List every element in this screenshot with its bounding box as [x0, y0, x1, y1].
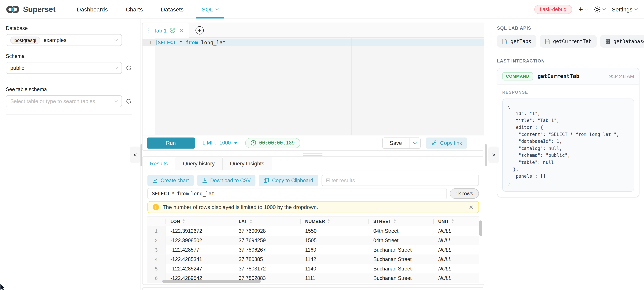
table-cell: -122.3908502	[166, 236, 234, 245]
warning-text: The number of rows displayed is limited …	[162, 204, 318, 210]
nav-item-datasets[interactable]: Datasets	[152, 0, 192, 18]
column-header-number[interactable]: NUMBER	[300, 217, 368, 226]
right-panel-scrollbar[interactable]	[485, 144, 487, 166]
schema-select[interactable]: public	[6, 62, 122, 74]
database-type-tag: postgresql	[10, 36, 40, 44]
theme-toggle-button[interactable]	[594, 6, 606, 12]
settings-menu[interactable]: Settings	[612, 6, 638, 12]
table-cell: -122.428577	[166, 245, 234, 255]
collapse-left-panel-button[interactable]: <	[130, 147, 140, 163]
tab-results[interactable]: Results	[142, 157, 176, 170]
table-cell: 37.7803172	[234, 264, 300, 273]
left-panel-scrollbar[interactable]	[140, 144, 142, 166]
table-cell: Buchanan Street	[368, 245, 433, 255]
refresh-tables-button[interactable]	[126, 98, 132, 104]
filter-placeholder: Filter results	[326, 177, 355, 184]
chevron-down-icon	[114, 38, 118, 41]
nav-label: Dashboards	[77, 6, 108, 12]
column-label: LAT	[238, 219, 247, 224]
table-cell: 04th Street	[368, 236, 433, 245]
new-tab-button[interactable]: +	[196, 26, 204, 34]
superset-logo[interactable]: Superset	[6, 5, 56, 14]
sql-code-editor[interactable]: 1 SELECT * from long_lat	[142, 38, 484, 135]
new-item-button[interactable]: +	[578, 5, 588, 13]
table-cell: 37.7806267	[234, 245, 300, 255]
nav-item-dashboards[interactable]: Dashboards	[68, 0, 117, 18]
download-icon	[202, 178, 208, 183]
copy-clipboard-button[interactable]: Copy to Clipboard	[259, 175, 318, 186]
last-interaction-card: COMMAND getCurrentTab 9:34:48 AM RESPONS…	[497, 68, 640, 197]
api-buttons: getTabs getCurrentTab	[497, 35, 640, 48]
sort-icon[interactable]	[328, 219, 330, 223]
close-warning-icon[interactable]: ✕	[469, 204, 474, 210]
chevron-down-icon	[114, 65, 118, 69]
table-cell: NULL	[434, 236, 479, 245]
editor-tab-1[interactable]: ⋮ Tab 1 ✕	[142, 23, 189, 38]
tab-query-insights[interactable]: Query Insights	[222, 157, 272, 170]
editor-code-area[interactable]: SELECT * from long_lat	[155, 38, 484, 135]
infinity-logo-icon	[6, 5, 20, 14]
table-cell: NULL	[434, 255, 479, 264]
create-chart-label: Create chart	[160, 178, 189, 183]
nav-item-sql[interactable]: SQL	[192, 0, 228, 18]
limit-dropdown[interactable]: LIMIT: 1000	[202, 140, 238, 146]
navbar: Superset Dashboards Charts Datasets SQL …	[0, 0, 644, 19]
more-options-button[interactable]: ...	[473, 139, 480, 146]
table-cell: -122.3912672	[166, 226, 234, 236]
table-cell: 1140	[300, 264, 368, 273]
results-table-header: LON LAT NUMBER STREET	[148, 216, 479, 226]
get-databases-button[interactable]: getDatabases	[600, 35, 644, 48]
sort-icon[interactable]	[182, 219, 185, 223]
mouse-cursor	[0, 284, 6, 290]
table-cell: 1550	[300, 226, 368, 236]
database-select[interactable]: postgresql examples	[6, 34, 122, 46]
column-header-lon[interactable]: LON	[166, 217, 234, 226]
table-cell: 04th Street	[368, 226, 433, 236]
results-actions: Create chart Download to CSV	[148, 175, 479, 186]
collapsed-panel-edge	[142, 287, 484, 290]
download-csv-button[interactable]: Download to CSV	[197, 175, 256, 186]
nav-item-charts[interactable]: Charts	[117, 0, 152, 18]
copy-link-button[interactable]: Copy link	[426, 137, 468, 148]
get-current-tab-button[interactable]: getCurrentTab	[540, 35, 597, 48]
table-horizontal-scrollbar[interactable]	[162, 280, 261, 283]
refresh-schema-button[interactable]	[126, 65, 132, 71]
create-chart-button[interactable]: Create chart	[148, 175, 194, 186]
table-select[interactable]: Select table or type to search tables	[6, 95, 122, 107]
tab-label: Query history	[183, 160, 215, 167]
table-cell: Buchanan Street	[368, 264, 433, 273]
api-button-label: getTabs	[510, 38, 531, 44]
get-tabs-button[interactable]: getTabs	[497, 35, 536, 48]
code-line: SELECT * from long_lat	[155, 39, 484, 46]
table-cell: 1505	[300, 236, 368, 245]
sql-identifier: long_lat	[191, 191, 214, 196]
response-json: { "id": "1", "title": "Tab 1", "editor":…	[502, 98, 634, 192]
column-header-street[interactable]: STREET	[368, 217, 433, 226]
table-row: 1 -122.3912672 37.7690928 1550 04th Stre…	[148, 226, 479, 236]
run-button[interactable]: Run	[146, 137, 195, 148]
nav-label: Datasets	[161, 6, 184, 12]
expand-right-panel-button[interactable]: >	[488, 147, 499, 163]
table-cell: NULL	[434, 245, 479, 255]
save-dropdown-button[interactable]	[409, 138, 420, 148]
results-body: Create chart Download to CSV	[142, 170, 484, 283]
tab-label: Results	[150, 160, 168, 167]
chevron-down-icon	[114, 99, 118, 102]
resize-handle[interactable]	[302, 153, 322, 157]
save-button[interactable]: Save	[383, 138, 409, 148]
api-button-label: getDatabases	[613, 38, 644, 44]
table-cell: 1160	[300, 245, 368, 255]
drag-handle-icon[interactable]: ⋮	[146, 28, 151, 33]
table-vertical-scrollbar[interactable]	[480, 221, 482, 236]
close-tab-icon[interactable]: ✕	[178, 27, 184, 33]
sql-keyword: SELECT	[152, 191, 170, 196]
chart-icon	[152, 178, 158, 183]
tab-query-history[interactable]: Query history	[176, 157, 222, 170]
sort-icon[interactable]	[394, 219, 396, 223]
sort-icon[interactable]	[250, 219, 252, 223]
column-header-lat[interactable]: LAT	[234, 217, 300, 226]
sort-icon[interactable]	[451, 219, 454, 223]
filter-results-input[interactable]: Filter results	[321, 175, 479, 186]
table-cell: 37.7690928	[234, 226, 300, 236]
column-header-unit[interactable]: UNIT	[434, 217, 479, 226]
